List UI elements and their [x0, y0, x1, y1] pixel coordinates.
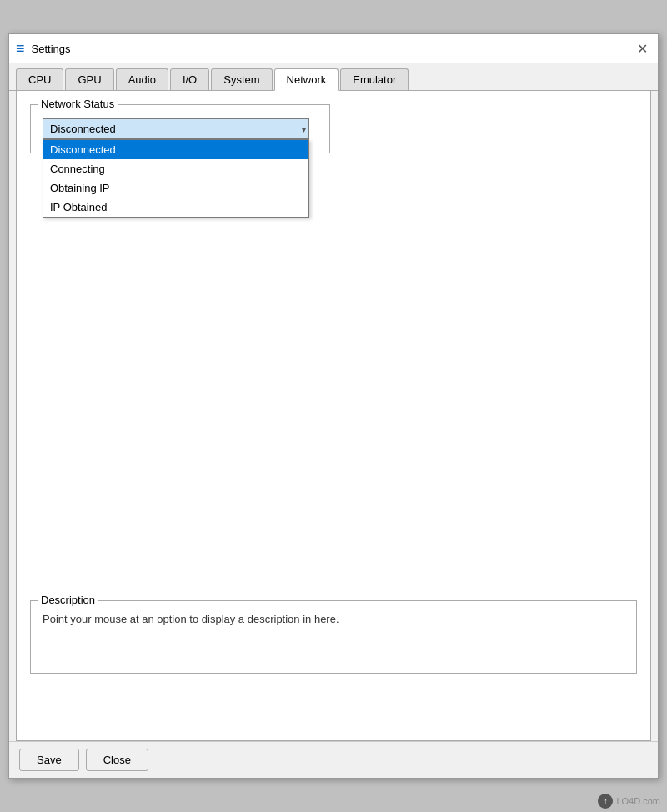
watermark-text: LO4D.com — [616, 796, 660, 806]
description-section: Description Point your mouse at an optio… — [30, 600, 637, 674]
tab-cpu[interactable]: CPU — [16, 68, 63, 90]
network-status-select[interactable]: Disconnected Connecting Obtaining IP IP … — [43, 118, 309, 139]
network-status-group: Network Status Disconnected Connecting O… — [30, 104, 330, 153]
tab-gpu[interactable]: GPU — [65, 68, 113, 90]
tab-io[interactable]: I/O — [170, 68, 209, 90]
description-legend: Description — [38, 594, 98, 606]
dropdown-option-obtaining-ip[interactable]: Obtaining IP — [43, 178, 308, 198]
title-bar-left: ≡ Settings — [16, 41, 71, 56]
dropdown-option-disconnected[interactable]: Disconnected — [43, 140, 308, 159]
save-button[interactable]: Save — [19, 749, 79, 771]
close-window-button[interactable]: ✕ — [633, 39, 651, 58]
network-status-legend: Network Status — [38, 98, 118, 110]
settings-window: ≡ Settings ✕ CPU GPU Audio I/O System Ne… — [8, 33, 659, 779]
tab-network[interactable]: Network — [274, 68, 339, 91]
description-text: Point your mouse at an option to display… — [43, 609, 624, 659]
window-title: Settings — [32, 43, 71, 55]
close-button[interactable]: Close — [86, 749, 148, 771]
tab-audio[interactable]: Audio — [116, 68, 168, 90]
tabs-bar: CPU GPU Audio I/O System Network Emulato… — [9, 63, 658, 91]
watermark-icon: ↑ — [598, 794, 613, 809]
dropdown-option-connecting[interactable]: Connecting — [43, 159, 308, 178]
title-bar: ≡ Settings ✕ — [9, 34, 658, 63]
bottom-bar: Save Close ↑ LO4D.com — [9, 741, 658, 778]
content-area: Network Status Disconnected Connecting O… — [16, 91, 651, 741]
dropdown-option-ip-obtained[interactable]: IP Obtained — [43, 198, 308, 217]
tab-emulator[interactable]: Emulator — [340, 68, 409, 90]
dropdown-list: Disconnected Connecting Obtaining IP IP … — [43, 139, 309, 218]
network-status-dropdown-container: Disconnected Connecting Obtaining IP IP … — [43, 118, 309, 139]
tab-system[interactable]: System — [211, 68, 272, 90]
app-icon: ≡ — [16, 41, 25, 56]
watermark: ↑ LO4D.com — [598, 794, 660, 809]
description-fieldset: Description Point your mouse at an optio… — [30, 600, 637, 674]
